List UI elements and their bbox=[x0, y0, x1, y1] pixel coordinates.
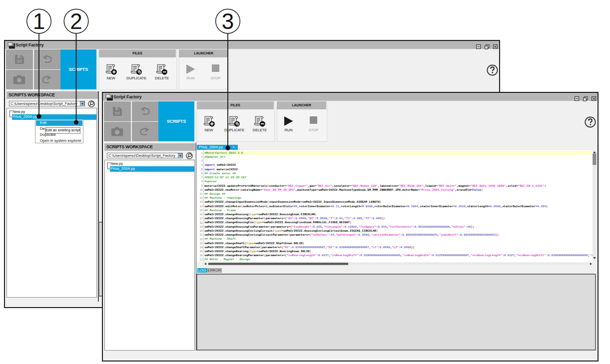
svg-text:3: 3 bbox=[222, 9, 234, 33]
svg-text:1: 1 bbox=[33, 9, 45, 33]
svg-text:2: 2 bbox=[70, 9, 82, 33]
